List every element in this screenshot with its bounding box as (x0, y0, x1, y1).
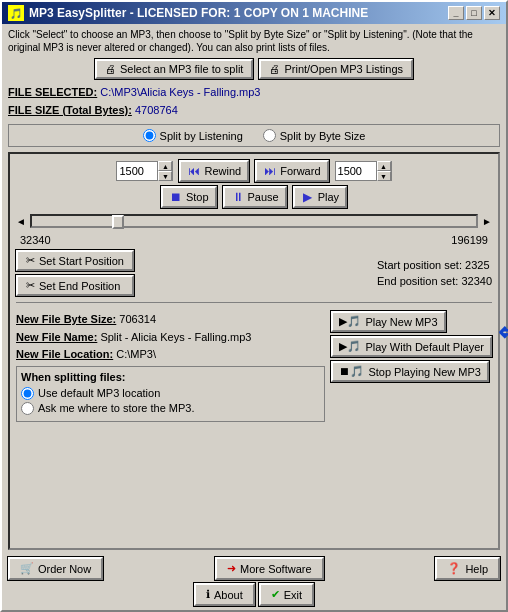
close-button[interactable]: ✕ (484, 6, 500, 20)
file-selected-row: FILE SELECTED: C:\MP3\Alicia Keys - Fall… (8, 84, 500, 102)
slider-right-arrow[interactable]: ► (482, 216, 492, 227)
order-now-label: Order Now (38, 563, 91, 575)
play-label: Play (318, 191, 339, 203)
exit-button[interactable]: ✔ Exit (259, 583, 314, 606)
split-byte-text: Split by Byte Size (280, 130, 366, 142)
file-location-label: New File Location: (16, 348, 113, 360)
file-location-value: C:\MP3\ (116, 348, 156, 360)
stop-button[interactable]: ⏹ Stop (161, 186, 217, 208)
main-window: 🎵 MP3 EasySplitter - LICENSED FOR: 1 COP… (0, 0, 508, 612)
play-button[interactable]: ▶ Play (293, 186, 347, 208)
start-position-value: 2325 (465, 259, 489, 271)
split-mode-group: Split by Listening Split by Byte Size (8, 124, 500, 147)
splitting-option2-text: Ask me where to store the MP3. (38, 402, 195, 414)
divider (16, 302, 492, 303)
splitting-box: When splitting files: Use default MP3 lo… (16, 366, 325, 422)
scissors-start-icon: ✂ (26, 254, 35, 267)
about-button[interactable]: ℹ About (194, 583, 255, 606)
pause-label: Pause (248, 191, 279, 203)
slider-left-value: 32340 (20, 234, 51, 246)
forward-label: Forward (280, 165, 320, 177)
title-bar-left: 🎵 MP3 EasySplitter - LICENSED FOR: 1 COP… (8, 5, 368, 21)
slider-track[interactable] (30, 214, 478, 228)
set-info-group: Start position set: 2325 End position se… (377, 259, 492, 287)
set-end-button[interactable]: ✂ Set End Position (16, 275, 134, 296)
file-name-value: Split - Alicia Keys - Falling.mp3 (100, 331, 251, 343)
app-icon: 🎵 (8, 5, 24, 21)
forward-value-input[interactable] (336, 162, 376, 180)
more-software-button[interactable]: ➜ More Software (215, 557, 324, 580)
play-new-icon: ▶🎵 (339, 315, 361, 328)
minimize-button[interactable]: _ (448, 6, 464, 20)
end-position-value: 32340 (461, 275, 492, 287)
rewind-value-input[interactable] (117, 162, 157, 180)
stop-label: Stop (186, 191, 209, 203)
split-byte-radio[interactable] (263, 129, 276, 142)
play-new-mp3-button[interactable]: ▶🎵 Play New MP3 (331, 311, 445, 332)
maximize-button[interactable]: □ (466, 6, 482, 20)
main-content: Click "Select" to choose an MP3, then ch… (2, 24, 506, 610)
title-controls: _ □ ✕ (448, 6, 500, 20)
slider-thumb[interactable] (112, 215, 124, 229)
stop-icon: ⏹ (169, 190, 183, 204)
forward-down-arrow[interactable]: ▼ (377, 171, 391, 181)
start-position-label: Start position set: (377, 259, 462, 271)
forward-button[interactable]: ⏭ Forward (255, 160, 328, 182)
set-start-label: Set Start Position (39, 255, 124, 267)
top-buttons: 🖨 Select an MP3 file to split 🖨 Print/Op… (8, 59, 500, 79)
play-default-player-button[interactable]: ▶🎵 Play With Default Player (331, 336, 492, 357)
rewind-icon: ⏮ (187, 164, 201, 178)
forward-icon: ⏭ (263, 164, 277, 178)
arrow-indicator: ⇐ (498, 317, 508, 348)
play-default-icon: ▶🎵 (339, 340, 361, 353)
help-button[interactable]: ❓ Help (435, 557, 500, 580)
about-icon: ℹ (206, 588, 210, 601)
split-byte-label[interactable]: Split by Byte Size (263, 129, 366, 142)
split-listening-radio[interactable] (143, 129, 156, 142)
end-position-row: End position set: 32340 (377, 275, 492, 287)
exit-label: Exit (284, 589, 302, 601)
slider-left-arrow[interactable]: ◄ (16, 216, 26, 227)
print-open-label: Print/Open MP3 Listings (284, 63, 403, 75)
start-position-row: Start position set: 2325 (377, 259, 492, 271)
file-name-label: New File Name: (16, 331, 97, 343)
set-positions-row: ✂ Set Start Position ✂ Set End Position … (16, 250, 492, 296)
play-buttons-group: ▶🎵 Play New MP3 ▶🎵 Play With Default Pla… (331, 311, 492, 422)
stop-playing-label: Stop Playing New MP3 (368, 366, 481, 378)
splitting-option1-text: Use default MP3 location (38, 387, 160, 399)
select-mp3-button[interactable]: 🖨 Select an MP3 file to split (95, 59, 254, 79)
rewind-label: Rewind (204, 165, 241, 177)
byte-size-row: New File Byte Size: 706314 (16, 311, 325, 329)
split-listening-text: Split by Listening (160, 130, 243, 142)
order-now-button[interactable]: 🛒 Order Now (8, 557, 103, 580)
print-open-button[interactable]: 🖨 Print/Open MP3 Listings (259, 59, 413, 79)
splitting-option1-label[interactable]: Use default MP3 location (21, 387, 320, 400)
window-title: MP3 EasySplitter - LICENSED FOR: 1 COPY … (29, 6, 368, 20)
forward-up-arrow[interactable]: ▲ (377, 161, 391, 171)
exit-icon: ✔ (271, 588, 280, 601)
order-icon: 🛒 (20, 562, 34, 575)
set-btn-group: ✂ Set Start Position ✂ Set End Position (16, 250, 134, 296)
print-icon: 🖨 (269, 63, 280, 75)
splitting-radio2[interactable] (21, 402, 34, 415)
split-listening-label[interactable]: Split by Listening (143, 129, 243, 142)
stop-playing-button[interactable]: ⏹🎵 Stop Playing New MP3 (331, 361, 489, 382)
select-mp3-label: Select an MP3 file to split (120, 63, 244, 75)
splitting-radio1[interactable] (21, 387, 34, 400)
rewind-button[interactable]: ⏮ Rewind (179, 160, 249, 182)
more-software-icon: ➜ (227, 562, 236, 575)
help-icon: ❓ (447, 562, 461, 575)
info-text: Click "Select" to choose an MP3, then ch… (8, 28, 500, 54)
pause-icon: ⏸ (231, 190, 245, 204)
set-start-button[interactable]: ✂ Set Start Position (16, 250, 134, 271)
rewind-up-arrow[interactable]: ▲ (158, 161, 172, 171)
file-location-row: New File Location: C:\MP3\ (16, 346, 325, 364)
splitting-option2-label[interactable]: Ask me where to store the MP3. (21, 402, 320, 415)
stop-playing-icon: ⏹🎵 (339, 365, 364, 378)
transport-row2: ⏹ Stop ⏸ Pause ▶ Play (16, 186, 492, 208)
rewind-spinbox: ▲ ▼ (116, 161, 173, 181)
rewind-down-arrow[interactable]: ▼ (158, 171, 172, 181)
about-exit-row: ℹ About ✔ Exit (8, 583, 500, 606)
bottom-buttons-row: 🛒 Order Now ➜ More Software ❓ Help (8, 557, 500, 580)
pause-button[interactable]: ⏸ Pause (223, 186, 287, 208)
